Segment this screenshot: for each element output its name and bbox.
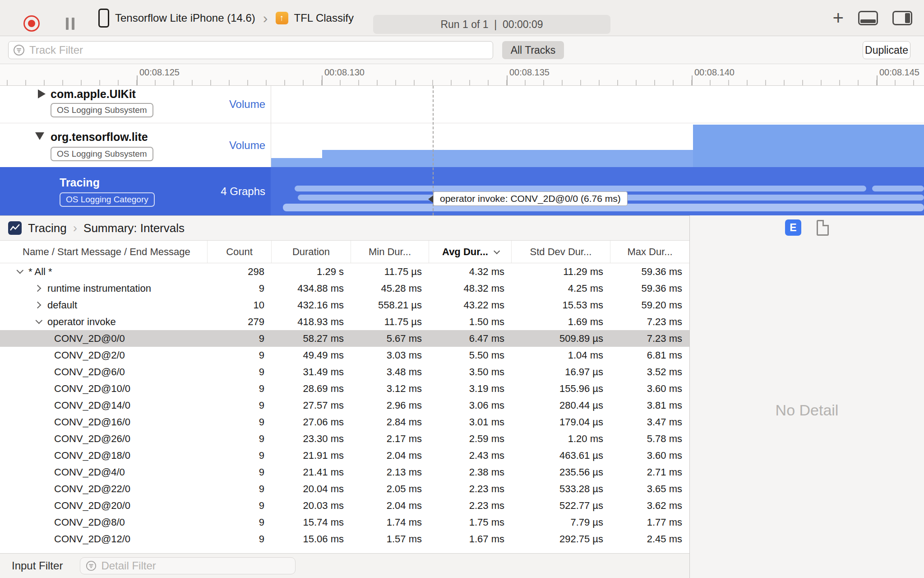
table-row[interactable]: CONV_2D@16/0 9 27.06 ms 2.84 ms 3.01 ms … [0, 414, 689, 430]
table-row[interactable]: CONV_2D@12/0 9 15.06 ms 1.57 ms 1.67 ms … [0, 531, 689, 547]
row-avg-duration: 2.23 ms [429, 483, 512, 495]
row-stddev-duration: 509.89 µs [512, 333, 610, 345]
row-avg-duration: 5.50 ms [429, 350, 512, 361]
tick-label: 00:08.130 [324, 67, 365, 78]
row-max-duration: 2.45 ms [610, 533, 689, 545]
column-header-max[interactable]: Max Dur... [610, 241, 689, 263]
track-meta-label: Volume [229, 98, 265, 111]
expander-icon[interactable] [36, 317, 43, 324]
row-max-duration: 3.60 ms [610, 450, 689, 461]
row-count: 9 [208, 450, 272, 461]
table-row[interactable]: runtime instrumentation 9 434.88 ms 45.2… [0, 280, 689, 297]
ruler-minor-ticks [0, 80, 924, 85]
column-header-min[interactable]: Min Dur... [351, 241, 429, 263]
row-count: 9 [208, 333, 272, 345]
track-row-tensorflow[interactable]: org.tensorflow.lite OS Logging Subsystem… [0, 123, 924, 167]
right-panel-toggle-icon[interactable] [892, 11, 912, 25]
chevron-right-icon: › [261, 10, 270, 27]
row-min-duration: 2.05 ms [351, 483, 429, 495]
breadcrumb-page[interactable]: Summary: Intervals [83, 221, 185, 235]
expander-icon[interactable] [34, 302, 42, 309]
extended-detail-view-button[interactable]: E [785, 219, 801, 236]
row-count: 9 [208, 517, 272, 528]
row-stddev-duration: 533.28 µs [512, 483, 610, 495]
track-lane [271, 86, 924, 123]
disclosure-expanded-icon[interactable] [35, 132, 44, 140]
breadcrumb-root[interactable]: Tracing [28, 221, 67, 235]
table-row[interactable]: default 10 432.16 ms 558.21 µs 43.22 ms … [0, 297, 689, 313]
pause-button[interactable] [66, 18, 74, 30]
row-min-duration: 11.75 µs [351, 316, 429, 328]
track-row-uikit[interactable]: com.apple.UIKit OS Logging Subsystem Vol… [0, 86, 924, 123]
row-name: CONV_2D@26/0 [54, 433, 130, 445]
column-header-duration[interactable]: Duration [272, 241, 351, 263]
table-row[interactable]: CONV_2D@8/0 9 15.74 ms 1.74 ms 1.75 ms 7… [0, 514, 689, 531]
bottom-panel-toggle-icon[interactable] [858, 11, 878, 25]
row-min-duration: 1.74 ms [351, 517, 429, 528]
row-name: CONV_2D@12/0 [54, 533, 130, 545]
major-tick [507, 75, 508, 85]
table-row[interactable]: CONV_2D@20/0 9 20.03 ms 2.04 ms 2.23 ms … [0, 497, 689, 514]
detail-filter-input[interactable] [101, 559, 290, 572]
table-row[interactable]: CONV_2D@4/0 9 21.41 ms 2.13 ms 2.38 ms 2… [0, 464, 689, 480]
breadcrumb: Tracing › Summary: Intervals [0, 216, 689, 240]
table-row[interactable]: CONV_2D@2/0 9 49.49 ms 3.03 ms 5.50 ms 1… [0, 347, 689, 364]
duplicate-button[interactable]: Duplicate [863, 41, 910, 59]
column-header-count[interactable]: Count [208, 241, 272, 263]
row-avg-duration: 48.32 ms [429, 283, 512, 294]
row-stddev-duration: 7.79 µs [512, 517, 610, 528]
table-row[interactable]: CONV_2D@6/0 9 31.49 ms 3.48 ms 3.50 ms 1… [0, 364, 689, 380]
disclosure-collapsed-icon[interactable] [38, 89, 46, 98]
row-name: CONV_2D@0/0 [54, 333, 125, 345]
row-min-duration: 45.28 ms [351, 283, 429, 294]
target-app-icon: ↑ [276, 12, 288, 24]
table-header-row: Name / Start Message / End Message Count… [0, 241, 689, 263]
tick-label: 00:08.125 [139, 67, 180, 78]
table-row[interactable]: * All * 298 1.29 s 11.75 µs 4.32 ms 11.2… [0, 263, 689, 280]
expander-icon[interactable] [17, 267, 24, 274]
row-max-duration: 7.23 ms [610, 316, 689, 328]
timeline-ruler[interactable]: 00:08.12500:08.13000:08.13500:08.14000:0… [0, 64, 924, 86]
row-min-duration: 3.03 ms [351, 350, 429, 361]
document-icon[interactable] [817, 220, 829, 236]
detail-filter-field[interactable] [80, 557, 296, 574]
row-avg-duration: 2.23 ms [429, 500, 512, 512]
expander-icon[interactable] [34, 285, 42, 292]
row-count: 9 [208, 366, 272, 378]
row-duration: 21.91 ms [272, 450, 351, 461]
major-tick [137, 75, 138, 85]
table-row[interactable]: CONV_2D@26/0 9 23.30 ms 2.17 ms 2.59 ms … [0, 430, 689, 447]
row-min-duration: 3.48 ms [351, 366, 429, 378]
row-name: CONV_2D@4/0 [54, 466, 125, 478]
track-filter-input[interactable] [29, 44, 488, 56]
row-max-duration: 59.20 ms [610, 299, 689, 311]
track-area: com.apple.UIKit OS Logging Subsystem Vol… [0, 86, 924, 215]
add-instrument-button[interactable]: + [832, 9, 844, 28]
row-duration: 28.69 ms [272, 383, 351, 395]
row-count: 9 [208, 400, 272, 411]
table-row[interactable]: CONV_2D@0/0 9 58.27 ms 5.67 ms 6.47 ms 5… [0, 330, 689, 347]
column-header-stddev[interactable]: Std Dev Dur... [512, 241, 610, 263]
table-row[interactable]: CONV_2D@10/0 9 28.69 ms 3.12 ms 3.19 ms … [0, 380, 689, 397]
table-row[interactable]: CONV_2D@14/0 9 27.57 ms 2.96 ms 3.06 ms … [0, 397, 689, 414]
track-filter-field[interactable] [8, 41, 493, 59]
table-row[interactable]: CONV_2D@22/0 9 20.04 ms 2.05 ms 2.23 ms … [0, 480, 689, 497]
record-icon [28, 20, 35, 27]
tick-label: 00:08.135 [509, 67, 550, 78]
table-row[interactable]: CONV_2D@18/0 9 21.91 ms 2.04 ms 2.43 ms … [0, 447, 689, 464]
record-button[interactable] [23, 15, 40, 32]
all-tracks-button[interactable]: All Tracks [502, 41, 564, 59]
row-avg-duration: 3.19 ms [429, 383, 512, 395]
target-selector[interactable]: TFL Classify [294, 12, 354, 24]
track-row-tracing[interactable]: Tracing OS Logging Category 4 Graphs ope… [0, 167, 924, 215]
device-selector[interactable]: Tensorflow Lite iPhone (14.6) [115, 12, 255, 24]
row-avg-duration: 6.47 ms [429, 333, 512, 345]
row-max-duration: 3.65 ms [610, 483, 689, 495]
column-header-avg[interactable]: Avg Dur... [429, 241, 512, 263]
row-stddev-duration: 16.97 µs [512, 366, 610, 378]
row-stddev-duration: 1.04 ms [512, 350, 610, 361]
column-header-name[interactable]: Name / Start Message / End Message [0, 241, 208, 263]
row-stddev-duration: 15.53 ms [512, 299, 610, 311]
track-badge: OS Logging Subsystem [51, 103, 153, 117]
table-row[interactable]: operator invoke 279 418.93 ms 11.75 µs 1… [0, 313, 689, 330]
